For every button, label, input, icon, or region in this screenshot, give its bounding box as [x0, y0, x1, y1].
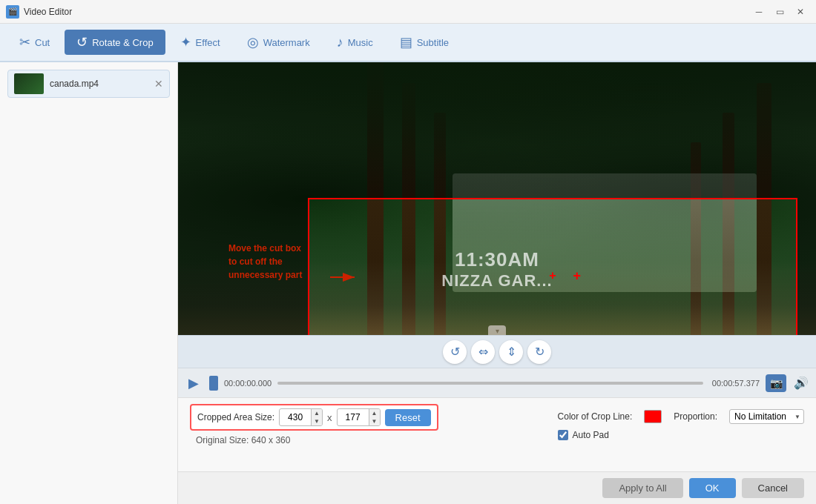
bottom-controls: Cropped Area Size: ▲ ▼ x [178, 397, 816, 471]
time-end: 00:00:57.377 [712, 379, 760, 388]
timeline-track[interactable] [277, 382, 703, 385]
bottom-left: Cropped Area Size: ▲ ▼ x [190, 404, 558, 445]
sidebar: canada.mp4 ✕ [0, 62, 178, 504]
proportion-label: Proportion: [674, 411, 717, 422]
annotation-cut-box: Move the cut boxto cut off theunnecessar… [228, 242, 302, 282]
height-decrement[interactable]: ▼ [369, 417, 380, 425]
crop-mask-right [797, 198, 816, 335]
action-row: Apply to All OK Cancel [178, 471, 816, 504]
tab-bar: ✂ Cut ↺ Rotate & Crop ✦ Effect ◎ Waterma… [0, 24, 816, 62]
app-icon: 🎬 [6, 5, 19, 19]
timeline-cursor[interactable] [209, 376, 218, 391]
height-increment[interactable]: ▲ [369, 409, 380, 417]
width-input[interactable] [280, 411, 311, 424]
close-button[interactable]: ✕ [791, 4, 810, 19]
reset-button[interactable]: Reset [385, 409, 431, 426]
tab-cut-label: Cut [35, 37, 50, 48]
height-input-wrap: ▲ ▼ [337, 408, 381, 426]
tab-rotate-label: Rotate & Crop [92, 37, 153, 48]
main-content: canada.mp4 ✕ [0, 62, 816, 504]
app-title: Video Editor [24, 7, 749, 17]
file-name: canada.mp4 [50, 79, 148, 89]
tab-effect[interactable]: ✦ Effect [168, 30, 232, 55]
bottom-top-row: Cropped Area Size: ▲ ▼ x [190, 404, 804, 445]
tab-music[interactable]: ♪ Music [325, 30, 385, 55]
color-swatch[interactable] [644, 410, 662, 423]
snapshot-button[interactable]: 📷 [766, 374, 786, 392]
proportion-select-wrap: No Limitation 16:9 4:3 1:1 9:16 [729, 409, 804, 424]
tab-subtitle-label: Subtitle [417, 37, 449, 48]
autopad-row: Auto Pad [558, 430, 609, 440]
volume-button[interactable]: 🔊 [792, 374, 810, 392]
tab-rotate[interactable]: ↺ Rotate & Crop [65, 30, 165, 55]
file-close-button[interactable]: ✕ [154, 78, 163, 90]
subtitle-icon: ▤ [400, 34, 412, 50]
width-increment[interactable]: ▲ [312, 409, 322, 417]
crop-size-row: Cropped Area Size: ▲ ▼ x [190, 404, 558, 431]
width-spinners: ▲ ▼ [311, 409, 322, 425]
tab-watermark[interactable]: ◎ Watermark [235, 30, 322, 55]
maximize-button[interactable]: ▭ [770, 4, 789, 19]
music-icon: ♪ [337, 35, 343, 50]
cropped-area-label: Cropped Area Size: [197, 412, 274, 422]
color-label: Color of Crop Line: [558, 411, 633, 422]
height-spinners: ▲ ▼ [369, 409, 380, 425]
window-controls: ─ ▭ ✕ [749, 4, 810, 19]
watermark-icon: ◎ [247, 34, 259, 50]
size-separator: x [327, 412, 332, 423]
autopad-label[interactable]: Auto Pad [573, 430, 609, 440]
rotate-right-button[interactable]: ↻ [527, 340, 551, 364]
proportion-select[interactable]: No Limitation 16:9 4:3 1:1 9:16 [729, 409, 804, 424]
tab-watermark-label: Watermark [263, 37, 310, 48]
video-container: + 11:30AM NIZZA GAR... Move the cut boxt… [178, 62, 816, 335]
tab-music-label: Music [348, 37, 373, 48]
rotate-left-button[interactable]: ↺ [443, 340, 467, 364]
titlebar: 🎬 Video Editor ─ ▭ ✕ [0, 0, 816, 24]
timeline-bar: ▶ 00:00:00.000 00:00:57.377 📷 🔊 [178, 368, 816, 397]
play-button[interactable]: ▶ [184, 374, 203, 393]
rotate-icon: ↺ [76, 34, 88, 50]
effect-icon: ✦ [180, 34, 191, 50]
playback-bar: ▾ ↺ ⇔ ⇕ ↻ [178, 335, 816, 368]
tab-cut[interactable]: ✂ Cut [7, 30, 62, 55]
crop-size-box: Cropped Area Size: ▲ ▼ x [190, 404, 438, 431]
original-size: Original Size: 640 x 360 [196, 435, 558, 445]
cut-icon: ✂ [19, 34, 30, 50]
video-area: + 11:30AM NIZZA GAR... Move the cut boxt… [178, 62, 816, 504]
flip-horizontal-button[interactable]: ⇔ [471, 340, 495, 364]
width-decrement[interactable]: ▼ [312, 417, 322, 425]
tab-effect-label: Effect [196, 37, 220, 48]
crop-color-row: Color of Crop Line: Proportion: No Limit… [558, 409, 804, 424]
apply-to-all-button[interactable]: Apply to All [602, 478, 682, 498]
file-item[interactable]: canada.mp4 ✕ [7, 70, 170, 98]
time-start: 00:00:00.000 [224, 379, 272, 388]
tab-subtitle[interactable]: ▤ Subtitle [388, 30, 461, 55]
crop-mask-top [178, 62, 816, 198]
flip-vertical-button[interactable]: ⇕ [499, 340, 523, 364]
file-thumbnail [14, 73, 44, 94]
cancel-button[interactable]: Cancel [742, 478, 804, 498]
bottom-right: Color of Crop Line: Proportion: No Limit… [558, 409, 804, 440]
height-input[interactable] [338, 411, 369, 424]
ok-button[interactable]: OK [689, 478, 736, 498]
autopad-checkbox[interactable] [558, 430, 568, 440]
minimize-button[interactable]: ─ [749, 4, 769, 19]
crop-crosshair: + [573, 268, 582, 284]
width-input-wrap: ▲ ▼ [279, 408, 323, 426]
crop-box[interactable]: + [308, 198, 797, 335]
